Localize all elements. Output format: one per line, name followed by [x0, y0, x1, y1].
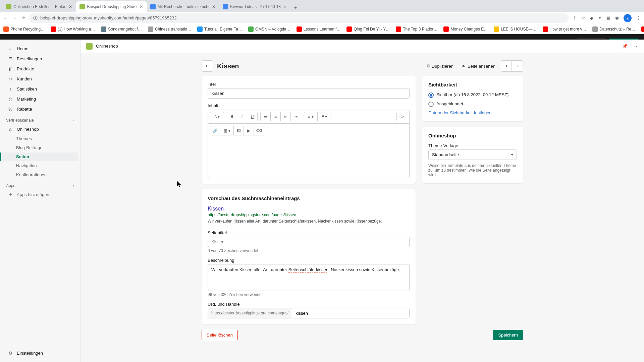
nav-navigation[interactable]: Navigation — [2, 162, 78, 170]
seo-preview-url: https://besterdropshippingstore.com/page… — [208, 213, 410, 217]
nav-customers[interactable]: ☺Kunden — [2, 74, 78, 83]
puzzle-icon[interactable]: ✦ — [598, 15, 602, 20]
lock-icon: ⓘ — [33, 15, 38, 21]
bookmark[interactable]: Tutorial: Eigene Fa… — [197, 26, 242, 32]
prev-button[interactable] — [501, 61, 512, 71]
bookmark[interactable]: GMSN – Vologda… — [248, 26, 290, 32]
view-page-button[interactable]: 👁Seite ansehen — [459, 62, 498, 71]
template-label: Theme-Vorlage — [428, 143, 517, 148]
html-toggle-button[interactable]: <> — [397, 112, 407, 121]
breadcrumb[interactable]: Onlineshop — [96, 44, 118, 49]
template-select[interactable] — [428, 149, 517, 160]
editor-body[interactable] — [208, 137, 409, 178]
nav-orders[interactable]: ☰Bestellungen — [2, 54, 78, 63]
seo-title-input[interactable] — [208, 237, 410, 247]
new-tab-button[interactable]: + — [291, 3, 300, 12]
browser-tab[interactable]: Mit Recherche-Tools die richt✕ — [147, 1, 220, 12]
indent-button[interactable]: ⇥ — [291, 112, 301, 121]
nav-marketing[interactable]: ◎Marketing — [2, 94, 78, 104]
bookmark[interactable]: The Top 3 Platfor… — [396, 26, 437, 32]
chevron-right-icon[interactable]: › — [73, 118, 74, 123]
visibility-heading: Sichtbarkeit — [428, 82, 517, 87]
more-icon[interactable]: ⋯ — [634, 44, 639, 49]
close-icon[interactable]: ✕ — [68, 4, 73, 9]
nav-blog[interactable]: Blog-Beiträge — [2, 143, 78, 152]
nav-home[interactable]: ⌂Home — [2, 44, 78, 53]
duplicate-button[interactable]: ⧉Duplizieren — [424, 61, 456, 71]
content-label: Inhalt — [208, 103, 410, 108]
extension-icon[interactable]: ◉ — [615, 15, 619, 20]
color-dropdown[interactable]: A ▾ — [318, 112, 331, 121]
url-text: beispiel-dropshipping-store.myshopify.co… — [40, 15, 177, 20]
bookmark[interactable]: Phone Recycling… — [3, 26, 45, 32]
back-button[interactable] — [202, 60, 213, 72]
visibility-option-visible[interactable]: Sichtbar (ab 16.8.2022, 09:12 MESZ) — [428, 92, 517, 98]
browser-tab[interactable]: Onlineshop Erstellen – Einfac✕ — [3, 1, 76, 12]
close-icon[interactable]: ✕ — [283, 4, 287, 9]
bookmark[interactable]: Sonderangebot f… — [101, 26, 142, 32]
underline-button[interactable]: U — [247, 112, 257, 121]
url-handle-input[interactable] — [292, 308, 409, 318]
nav-pages[interactable]: Seiten — [2, 153, 78, 161]
number-list-button[interactable]: ≡ — [271, 112, 281, 121]
align-dropdown[interactable]: ≡ ▾ — [304, 112, 318, 121]
chevron-right-icon[interactable]: › — [73, 183, 74, 188]
nav-discounts[interactable]: %Rabatte — [2, 104, 78, 114]
bookmark[interactable]: Qing Fei De Yi - Y… — [346, 26, 390, 32]
pin-icon[interactable]: 📌 — [622, 44, 628, 49]
video-button[interactable]: ▶ — [244, 126, 254, 135]
clear-format-button[interactable]: ⌫ — [254, 126, 264, 135]
extension-icon[interactable]: ◆ — [590, 15, 593, 20]
nav-themes[interactable]: Themes — [2, 134, 78, 143]
bookmark[interactable]: How to get more v… — [543, 26, 586, 32]
link-button[interactable]: 🔗 — [210, 126, 220, 135]
next-button[interactable] — [512, 61, 523, 71]
bookmark[interactable]: Student Wants an… — [641, 26, 644, 32]
nav-products[interactable]: ◧Produkte — [2, 64, 78, 73]
image-button[interactable]: 🖼 — [234, 126, 244, 135]
close-icon[interactable]: ✕ — [211, 4, 216, 9]
seo-desc-label: Beschreibung — [208, 258, 410, 263]
bookmark[interactable]: (1) How Working a… — [51, 26, 95, 32]
nav-onlinestore[interactable]: ⌂Onlineshop — [2, 124, 78, 134]
close-icon[interactable]: ✕ — [139, 4, 144, 9]
star-icon[interactable]: ☆ — [581, 15, 585, 20]
bookmark[interactable]: Datenschutz – Re… — [592, 26, 635, 32]
favicon — [150, 4, 156, 9]
reload-icon[interactable]: ⟳ — [21, 15, 25, 20]
nav-add-apps[interactable]: ＋Apps hinzufügen — [2, 190, 78, 199]
format-dropdown[interactable]: A ▾ — [210, 112, 224, 121]
menu-icon[interactable]: ⋮ — [636, 15, 641, 20]
italic-button[interactable]: I — [237, 112, 247, 121]
store-avatar-icon — [86, 43, 93, 50]
outdent-button[interactable]: ⇤ — [281, 112, 291, 121]
visibility-option-hidden[interactable]: Ausgeblendet — [428, 101, 517, 107]
profile-avatar[interactable]: Z — [624, 14, 632, 22]
tab-title: Mit Recherche-Tools die richt — [158, 4, 210, 9]
nav-preferences[interactable]: Konfigurationen — [2, 171, 78, 179]
extension-icon[interactable]: ▦ — [606, 15, 610, 20]
save-button-footer[interactable]: Speichern — [493, 330, 523, 340]
back-icon[interactable]: ← — [3, 15, 8, 20]
bookmark[interactable]: Money Changes E… — [443, 26, 488, 32]
share-icon[interactable]: ⇪ — [573, 15, 577, 20]
browser-tab-active[interactable]: Beispiel Dropshipping Store✕ — [76, 1, 147, 12]
template-helper: Weise ein Template aus deinem aktuellen … — [428, 163, 517, 177]
title-input[interactable] — [208, 88, 410, 99]
bookmark[interactable]: Lessons Learned f… — [297, 26, 341, 32]
seo-desc-input[interactable]: Wir verkaufen Kissen aller Art, darunter… — [208, 264, 410, 291]
browser-tab[interactable]: Keyword ideas - 279-560-18✕ — [219, 1, 291, 12]
store-icon: ⌂ — [7, 126, 13, 132]
address-bar[interactable]: ⓘ beispiel-dropshipping-store.myshopify.… — [29, 13, 569, 23]
bookmark[interactable]: LEE 'S HOUSE—… — [494, 26, 536, 32]
nav-settings[interactable]: ⚙Einstellungen — [2, 348, 78, 358]
bullet-list-button[interactable]: ☰ — [261, 112, 271, 121]
forward-icon[interactable]: → — [12, 15, 17, 20]
table-dropdown[interactable]: ▦ ▾ — [220, 126, 234, 135]
bold-button[interactable]: B — [227, 112, 237, 121]
seo-preview-title: Kissen — [208, 206, 410, 212]
nav-analytics[interactable]: ⫾Statistiken — [2, 84, 78, 94]
bookmark[interactable]: Chinese translatio… — [148, 26, 191, 32]
delete-page-button[interactable]: Seite löschen — [202, 330, 238, 340]
schedule-visibility-link[interactable]: Datum der Sichtbarkeit festlegen — [428, 110, 517, 115]
